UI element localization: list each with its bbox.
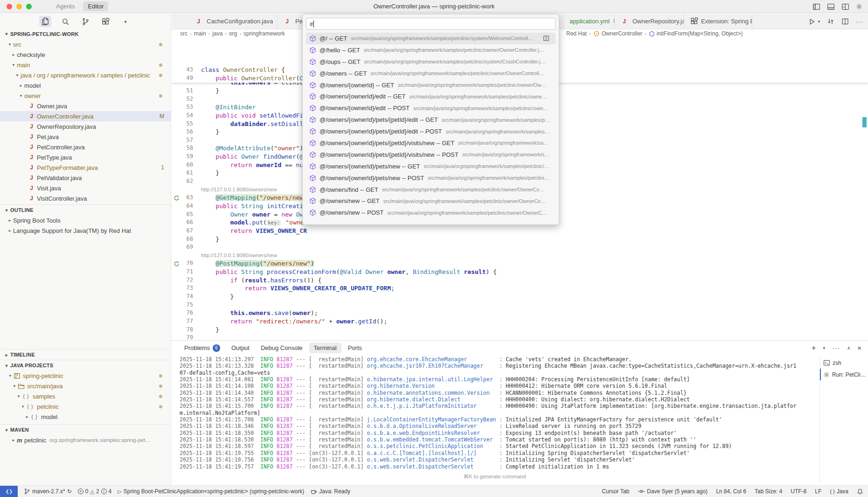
- run-config-item[interactable]: ▷ Spring Boot-PetClinicApplication<sprin…: [118, 488, 304, 495]
- quick-open-item[interactable]: @/hello -- GETsrc/main/java/org/springfr…: [306, 44, 556, 56]
- close-panel-icon[interactable]: ×: [857, 344, 861, 352]
- java-project-item[interactable]: ▾{ }samples: [0, 391, 171, 401]
- maximize-panel-icon[interactable]: ∧: [847, 345, 850, 350]
- code-line[interactable]: 71 public String processCreationForm(@Va…: [172, 268, 868, 276]
- code-line[interactable]: 68 }: [172, 235, 868, 244]
- new-terminal-icon[interactable]: +: [812, 344, 816, 352]
- java-project-item[interactable]: ▸{ }model: [0, 412, 171, 422]
- codelens-link[interactable]: http://127.0.0.1:8080/owners/new: [201, 252, 277, 260]
- quick-open-item[interactable]: @/owners/{ownerId}/edit -- POSTsrc/main/…: [306, 102, 556, 114]
- toggle-sidebar-icon[interactable]: [812, 3, 820, 11]
- tree-item[interactable]: JPetController.java: [0, 142, 171, 152]
- breadcrumb-item[interactable]: Red Hat: [566, 30, 587, 37]
- quick-open-item[interactable]: @/owners/{ownerId}/pets/new -- POSTsrc/m…: [306, 172, 556, 184]
- code-line[interactable]: 73 return VIEWS_OWNER_CREATE_OR_UPDATE_F…: [172, 284, 868, 293]
- tree-item[interactable]: ▾src: [0, 39, 171, 49]
- editor-tab[interactable]: JCacheConfiguration.java: [189, 14, 278, 29]
- outline-section-header[interactable]: ▾ OUTLINE: [0, 204, 171, 215]
- notifications-bell-icon[interactable]: [857, 488, 863, 495]
- tree-item[interactable]: JVisit.java: [0, 183, 171, 193]
- terminal-list-item[interactable]: zsh: [820, 357, 868, 369]
- terminal-output[interactable]: 2025-11-18 15:41:13.297 INFO 81287 --- […: [180, 356, 818, 471]
- code-line[interactable]: 67 return VIEWS_OWNER_CR: [172, 227, 868, 235]
- tree-item[interactable]: ▸model: [0, 80, 171, 91]
- java-project-item[interactable]: ▾spring-petclinic: [0, 371, 171, 381]
- run-java-button[interactable]: [808, 18, 815, 25]
- quick-open-item[interactable]: @/oups -- GETsrc/main/java/org/springfra…: [306, 56, 556, 68]
- timeline-section-header[interactable]: ▸ TIMELINE: [0, 349, 171, 360]
- tree-item[interactable]: JOwnerController.javaM: [0, 111, 171, 121]
- minimize-window-button[interactable]: [16, 4, 22, 9]
- quick-open-item[interactable]: @/ -- GETsrc/main/java/org/springframewo…: [306, 33, 556, 44]
- java-project-item[interactable]: ▾src/main/java: [0, 381, 171, 391]
- indentation-item[interactable]: Tab Size: 4: [755, 488, 782, 495]
- remote-indicator[interactable]: [0, 486, 18, 497]
- source-control-view-button[interactable]: [79, 16, 91, 27]
- quick-open-item[interactable]: @/owners/{ownerId}/edit -- GETsrc/main/j…: [306, 91, 556, 102]
- customize-layout-icon[interactable]: [841, 3, 849, 11]
- run-endpoint-icon[interactable]: [173, 261, 180, 267]
- java-status-item[interactable]: Java: Ready: [310, 488, 350, 495]
- editor-tab[interactable]: JOwnerRepository.java: [615, 14, 684, 29]
- breadcrumb-item[interactable]: springframework: [243, 30, 285, 37]
- code-line[interactable]: 72 if (result.hasErrors()) {: [172, 276, 868, 285]
- open-to-side-icon[interactable]: [542, 35, 550, 42]
- outline-item[interactable]: ▸Spring Boot Tools: [0, 215, 171, 225]
- cursor-position-item[interactable]: Ln 84, Col 6: [716, 488, 746, 495]
- tree-item[interactable]: JPetValidator.java: [0, 173, 171, 183]
- editor-tab[interactable]: Extension: Spring Boot T: [684, 14, 752, 29]
- tree-item[interactable]: JPetTypeFormatter.java1: [0, 162, 171, 173]
- run-dropdown-icon[interactable]: ▾: [818, 19, 820, 24]
- tree-item[interactable]: ▸checkstyle: [0, 49, 171, 60]
- more-actions-icon[interactable]: ···: [856, 18, 863, 25]
- java-project-item[interactable]: ▾{ }petclinic: [0, 401, 171, 412]
- maven-project-item[interactable]: ▸ m petclinic org.springframework.sample…: [0, 435, 171, 445]
- maven-section-header[interactable]: ▾ MAVEN: [0, 424, 171, 435]
- explorer-view-button[interactable]: [39, 16, 51, 27]
- quick-open-item[interactable]: @/owners/{ownerId}/pets/{petId}/visits/n…: [306, 137, 556, 149]
- encoding-item[interactable]: UTF-8: [791, 488, 806, 495]
- language-mode-item[interactable]: { } Java: [830, 488, 848, 495]
- tree-item[interactable]: JOwner.java: [0, 101, 171, 111]
- code-line[interactable]: 79: [172, 334, 868, 340]
- code-line[interactable]: 77 return "redirect:/owners/" + owner.ge…: [172, 317, 868, 326]
- java-project-item[interactable]: ▾{ }owner: [0, 422, 171, 424]
- breadcrumb-item[interactable]: initFindForm(Map<String, Object>): [657, 30, 743, 37]
- branch-item[interactable]: maven-2.7.x* ↻: [24, 488, 72, 495]
- breadcrumb-item[interactable]: java: [212, 30, 222, 37]
- git-blame-item[interactable]: Dave Syer (5 years ago): [638, 488, 708, 495]
- code-line[interactable]: 70 @PostMapping("/owners/new"): [172, 259, 868, 268]
- code-line[interactable]: 78 }: [172, 326, 868, 334]
- quick-open-item[interactable]: @/owners/{ownerId}/pets/new -- GETsrc/ma…: [306, 161, 556, 172]
- quick-open-item[interactable]: @/owners/{ownerId}/pets/{petId}/visits/n…: [306, 149, 556, 161]
- tree-item[interactable]: JVisitController.java: [0, 193, 171, 203]
- extensions-view-button[interactable]: [99, 16, 111, 27]
- outline-item[interactable]: ▸Language Support for Java(TM) by Red Ha…: [0, 225, 171, 236]
- quick-open-item[interactable]: @/owners -- GETsrc/main/java/org/springf…: [306, 68, 556, 79]
- code-line[interactable]: 76 this.owners.save(owner);: [172, 309, 868, 317]
- open-changes-icon[interactable]: [827, 18, 834, 25]
- tree-item[interactable]: ▾main: [0, 60, 171, 70]
- quick-open-item[interactable]: @/owners/new -- POSTsrc/main/java/org/sp…: [306, 207, 556, 218]
- window-mode-tab-editor[interactable]: Editor: [83, 1, 108, 11]
- panel-tab-debug-console[interactable]: Debug Console: [256, 343, 307, 353]
- quick-open-item[interactable]: @/owners/find -- GETsrc/main/java/org/sp…: [306, 184, 556, 196]
- quick-open-input[interactable]: #: [306, 18, 556, 30]
- cursor-tab-item[interactable]: Cursor Tab: [602, 488, 629, 495]
- panel-tab-problems[interactable]: Problems6: [180, 343, 225, 354]
- tree-item[interactable]: JPetType.java: [0, 152, 171, 162]
- code-line[interactable]: 69: [172, 243, 868, 252]
- breadcrumb-item[interactable]: OwnerController: [602, 30, 642, 37]
- window-mode-tab-agents[interactable]: Agents: [51, 1, 79, 11]
- tree-item[interactable]: JPet.java: [0, 132, 171, 142]
- quick-open-item[interactable]: @/owners/{ownerId}/pets/{petId}/edit -- …: [306, 126, 556, 137]
- quick-open-item[interactable]: @/owners/new -- GETsrc/main/java/org/spr…: [306, 195, 556, 207]
- editor-tab[interactable]: application.ymlU: [563, 14, 615, 29]
- quick-open-item[interactable]: @/owners/{ownerId}/pets/{petId}/edit -- …: [306, 114, 556, 126]
- zoom-window-button[interactable]: [26, 4, 32, 9]
- breadcrumb-item[interactable]: main: [194, 30, 206, 37]
- tree-item[interactable]: JOwnerRepository.java: [0, 121, 171, 132]
- toggle-panel-icon[interactable]: [827, 3, 835, 11]
- more-views-button[interactable]: ▾: [119, 16, 132, 27]
- quick-open-item[interactable]: [306, 218, 556, 221]
